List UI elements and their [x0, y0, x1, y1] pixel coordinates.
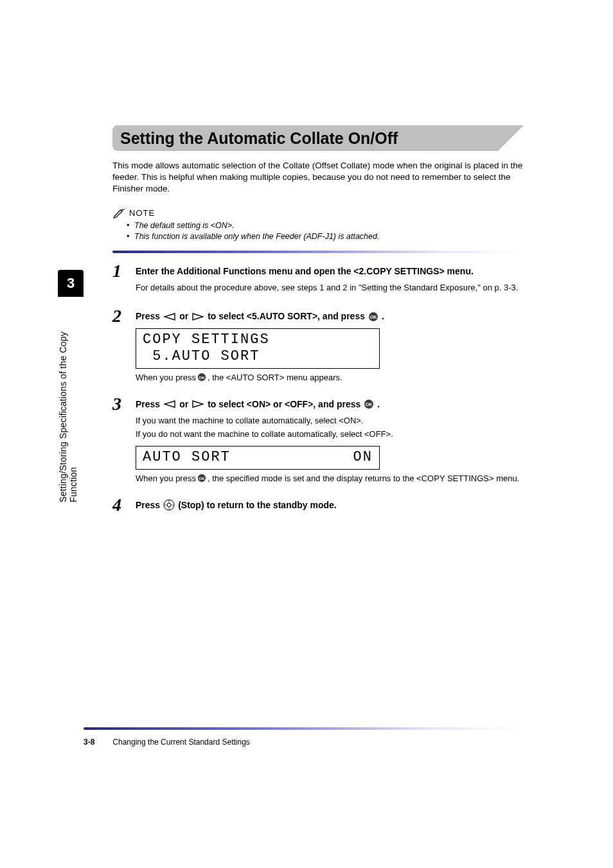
step-number: 3	[112, 394, 121, 414]
step-title-text: or	[179, 310, 188, 323]
svg-text:OK: OK	[370, 315, 377, 319]
step-3: 3 Press or to select <ON> or <OFF>, and …	[112, 398, 524, 483]
step-body-text: For details about the procedure above, s…	[136, 282, 524, 294]
svg-text:OK: OK	[199, 476, 205, 481]
step-title: Press or to select <5.AUTO SORT>, and pr…	[136, 310, 524, 323]
note-block: NOTE The default setting is <ON>. This f…	[112, 208, 524, 242]
section-heading: Setting the Automatic Collate On/Off	[112, 129, 398, 148]
note-item: The default setting is <ON>.	[134, 220, 524, 231]
step-title-text: Press	[136, 398, 160, 411]
lcd-line: 5.AUTO SORT	[143, 348, 260, 364]
lcd-right-text: ON	[353, 449, 373, 465]
chapter-number-box: 3	[58, 270, 84, 297]
section-heading-bar: Setting the Automatic Collate On/Off	[112, 125, 524, 151]
step-title-text: Press	[136, 310, 160, 323]
step-number: 2	[112, 306, 121, 326]
step-title: Enter the Additional Functions menu and …	[136, 265, 524, 278]
gradient-separator	[112, 251, 524, 253]
step-title-text: to select <ON> or <OFF>, and press	[208, 398, 360, 411]
step-after-lcd: When you press OK , the specified mode i…	[136, 474, 524, 483]
step-title-text: Press	[136, 499, 160, 512]
page-number: 3-8	[84, 738, 94, 747]
step-title-text: Enter the Additional Functions menu and …	[136, 265, 474, 278]
right-arrow-icon	[191, 313, 204, 321]
step-4: 4 Press (Stop) to return to the standby …	[112, 499, 524, 512]
after-text: , the specified mode is set and the disp…	[208, 474, 519, 483]
step-body-text: If you do not want the machine to collat…	[136, 429, 524, 441]
left-arrow-icon	[163, 313, 176, 321]
lcd-display: AUTO SORT ON	[136, 446, 380, 470]
note-icon	[112, 208, 125, 218]
lcd-left-text: AUTO SORT	[143, 449, 231, 465]
left-arrow-icon	[163, 400, 176, 408]
after-text: When you press	[136, 474, 196, 483]
after-text: When you press	[136, 373, 196, 382]
step-after-lcd: When you press OK , the <AUTO SORT> menu…	[136, 373, 524, 382]
page-footer: 3-8 Changing the Current Standard Settin…	[84, 738, 524, 747]
after-text: , the <AUTO SORT> menu appears.	[208, 373, 342, 382]
intro-paragraph: This mode allows automatic selection of …	[112, 160, 524, 195]
note-label: NOTE	[129, 208, 155, 218]
stop-button-icon	[163, 499, 175, 511]
svg-point-9	[167, 503, 171, 507]
step-number: 1	[112, 261, 121, 281]
footer-rule	[84, 727, 524, 730]
step-1: 1 Enter the Additional Functions menu an…	[112, 265, 524, 294]
chapter-vertical-label: Setting/Storing Specifications of the Co…	[58, 297, 78, 509]
step-title-text: or	[179, 398, 188, 411]
note-item: This function is available only when the…	[134, 231, 524, 242]
step-title-text: .	[377, 398, 380, 411]
chapter-number: 3	[67, 275, 75, 292]
step-body-text: If you want the machine to collate autom…	[136, 415, 524, 427]
right-arrow-icon	[191, 400, 204, 408]
svg-text:OK: OK	[366, 402, 373, 407]
lcd-line: COPY SETTINGS	[143, 332, 270, 348]
step-title-text: .	[382, 310, 384, 323]
step-title-text: (Stop) to return to the standby mode.	[178, 499, 337, 512]
side-chapter-tab: 3 Setting/Storing Specifications of the …	[58, 270, 84, 509]
step-2: 2 Press or to select <5.AUTO SORT>, and …	[112, 310, 524, 382]
svg-text:OK: OK	[199, 375, 205, 380]
ok-button-icon: OK	[197, 474, 206, 483]
ok-button-icon: OK	[368, 312, 378, 322]
step-number: 4	[112, 495, 121, 515]
ok-button-icon: OK	[364, 399, 374, 409]
ok-button-icon: OK	[197, 373, 206, 382]
footer-title: Changing the Current Standard Settings	[112, 738, 249, 747]
step-title-text: to select <5.AUTO SORT>, and press	[208, 310, 365, 323]
step-title: Press or to select <ON> or <OFF>, and pr…	[136, 398, 524, 411]
step-title: Press (Stop) to return to the standby mo…	[136, 499, 524, 512]
lcd-display: COPY SETTINGS 5.AUTO SORT	[136, 328, 380, 369]
